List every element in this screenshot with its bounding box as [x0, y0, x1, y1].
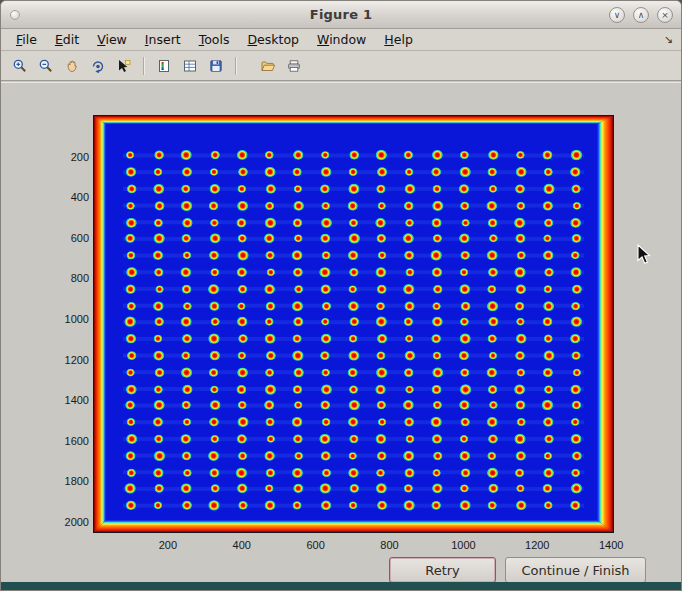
plot-image[interactable]	[94, 116, 613, 532]
menu-tools[interactable]: Tools	[190, 30, 239, 49]
y-tick-label: 2000	[43, 515, 89, 529]
x-tick-label: 200	[146, 538, 190, 552]
retry-button[interactable]: Retry	[389, 557, 496, 583]
open-file-button[interactable]	[256, 54, 280, 78]
menu-desktop[interactable]: Desktop	[238, 30, 308, 49]
y-tick-label: 1600	[43, 434, 89, 448]
close-button[interactable]: ×	[657, 7, 673, 23]
x-tick-label: 1000	[441, 538, 485, 552]
save-figure-button[interactable]	[204, 54, 228, 78]
x-tick-label: 400	[220, 538, 264, 552]
window-title: Figure 1	[1, 7, 681, 22]
insert-legend-icon	[182, 58, 198, 74]
menu-file[interactable]: File	[7, 30, 46, 49]
menu-window[interactable]: Window	[308, 30, 375, 49]
rotate-3d-icon	[90, 58, 106, 74]
x-tick-label: 600	[294, 538, 338, 552]
y-tick-label: 400	[43, 190, 89, 204]
save-icon	[208, 58, 224, 74]
bottom-strip	[1, 582, 681, 590]
open-folder-icon	[260, 58, 276, 74]
print-figure-button[interactable]	[282, 54, 306, 78]
figure-toolbar	[1, 51, 681, 81]
y-tick-label: 1400	[43, 393, 89, 407]
rotate-3d-button[interactable]	[86, 54, 110, 78]
window-controls: ∨ ∧ ×	[609, 7, 673, 23]
window-menu-icon[interactable]	[10, 10, 20, 20]
zoom-out-button[interactable]	[34, 54, 58, 78]
y-tick-label: 1000	[43, 312, 89, 326]
menu-help[interactable]: Help	[375, 30, 422, 49]
insert-colorbar-button[interactable]	[152, 54, 176, 78]
menu-bar: File Edit View Insert Tools Desktop Wind…	[1, 29, 681, 51]
zoom-in-button[interactable]	[8, 54, 32, 78]
insert-colorbar-icon	[156, 58, 172, 74]
pan-hand-icon	[64, 58, 80, 74]
data-cursor-button[interactable]	[112, 54, 136, 78]
menu-insert[interactable]: Insert	[136, 30, 190, 49]
y-tick-label: 200	[43, 150, 89, 164]
insert-legend-button[interactable]	[178, 54, 202, 78]
menu-edit[interactable]: Edit	[46, 30, 88, 49]
toolbar-separator	[143, 57, 145, 75]
zoom-in-icon	[12, 58, 28, 74]
dock-figure-icon[interactable]: ↘	[664, 33, 673, 46]
y-tick-label: 1800	[43, 474, 89, 488]
data-cursor-icon	[116, 58, 132, 74]
x-tick-label: 800	[368, 538, 412, 552]
y-tick-label: 800	[43, 271, 89, 285]
menu-view[interactable]: View	[88, 30, 136, 49]
toolbar-separator	[235, 57, 237, 75]
printer-icon	[286, 58, 302, 74]
x-tick-label: 1200	[515, 538, 559, 552]
figure-window: Figure 1 ∨ ∧ × File Edit View Insert Too…	[0, 0, 682, 591]
continue-finish-button[interactable]: Continue / Finish	[505, 557, 646, 583]
y-tick-label: 1200	[43, 353, 89, 367]
maximize-button[interactable]: ∧	[633, 7, 649, 23]
y-tick-label: 600	[43, 231, 89, 245]
x-tick-label: 1400	[589, 538, 633, 552]
shade-button[interactable]: ∨	[609, 7, 625, 23]
titlebar[interactable]: Figure 1 ∨ ∧ ×	[1, 1, 681, 29]
pan-button[interactable]	[60, 54, 84, 78]
zoom-out-icon	[38, 58, 54, 74]
